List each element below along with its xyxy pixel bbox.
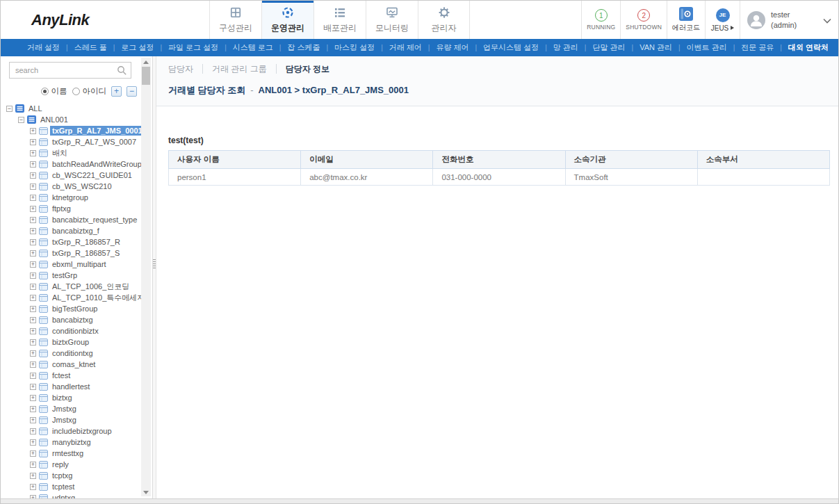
tree-node-leaf[interactable]: AL_TCP_1006_인코딩 xyxy=(1,281,141,292)
tree-node-leaf[interactable]: fctest xyxy=(1,370,141,381)
search-input[interactable] xyxy=(9,62,131,79)
breadcrumb-item[interactable]: 담당자 xyxy=(168,64,202,74)
expand-toggle-icon[interactable] xyxy=(30,495,36,499)
tree-node-leaf[interactable]: batchReadAndWriteGroup xyxy=(1,158,141,170)
expand-toggle-icon[interactable] xyxy=(30,217,36,223)
expand-toggle-icon[interactable] xyxy=(30,284,36,290)
expand-toggle-icon[interactable] xyxy=(30,206,36,212)
anylink-logo[interactable]: AnyLink xyxy=(31,11,89,29)
scroll-down-icon[interactable] xyxy=(141,488,151,496)
menu-item[interactable]: 망 관리 xyxy=(539,42,578,53)
expand-toggle-icon[interactable] xyxy=(30,273,36,279)
menu-item[interactable]: 마스킹 설정 xyxy=(320,42,375,53)
tree-node-leaf[interactable]: txGrp_R_186857_R xyxy=(1,236,141,247)
expand-toggle-icon[interactable] xyxy=(30,250,36,257)
running-status[interactable]: 1 RUNNING xyxy=(581,1,620,39)
menu-item[interactable]: 전문 공유 xyxy=(727,42,774,53)
scrollbar-thumb[interactable] xyxy=(142,67,150,85)
tree-node-leaf[interactable]: txGrp_R_186857_S xyxy=(1,247,141,259)
menu-item[interactable]: 파일 로그 설정 xyxy=(154,42,218,53)
tree-node-all[interactable]: ALL xyxy=(1,103,141,114)
expand-toggle-icon[interactable] xyxy=(30,361,36,368)
shutdown-status[interactable]: 2 SHUTDOWN xyxy=(620,1,667,39)
tree-node-leaf[interactable]: txGrp_R_AL7_JMS_0001 xyxy=(1,125,141,136)
tree-node-leaf[interactable]: biztxGroup xyxy=(1,336,141,348)
tree-node-leaf[interactable]: cb_WSC221_GUIDE01 xyxy=(1,170,141,181)
breadcrumb-item[interactable]: 담당자 정보 xyxy=(276,64,339,74)
expand-toggle-icon[interactable] xyxy=(30,406,36,412)
splitter-grip-icon[interactable] xyxy=(153,259,156,268)
radio-name[interactable]: 이름 xyxy=(41,86,67,97)
menu-item[interactable]: 업무시스템 설정 xyxy=(469,42,539,53)
menu-item[interactable]: 시스템 로그 xyxy=(218,42,273,53)
menu-item[interactable]: 이벤트 관리 xyxy=(672,42,727,53)
menu-item[interactable]: 잡 스케줄 xyxy=(273,42,320,53)
tree-node-leaf[interactable]: manybiztxg xyxy=(1,437,141,448)
user-menu[interactable]: tester (admin) xyxy=(740,1,838,39)
expand-all-button[interactable] xyxy=(111,86,122,97)
expand-toggle-icon[interactable] xyxy=(30,373,36,379)
tab-configuration[interactable]: 구성관리 xyxy=(209,1,261,39)
menu-item[interactable]: 대외 연락처 xyxy=(774,42,829,53)
tree-node-leaf[interactable]: rmtesttxg xyxy=(1,448,141,459)
search-icon[interactable] xyxy=(117,65,127,79)
tree-node-leaf[interactable]: txGrp_R_AL7_WS_0007 xyxy=(1,136,141,147)
tree-node-leaf[interactable]: tcptest xyxy=(1,481,141,492)
tree-node-leaf[interactable]: udptxg xyxy=(1,492,141,498)
tab-admin[interactable]: 관리자 xyxy=(418,1,470,39)
tree-node-leaf[interactable]: handlertest xyxy=(1,381,141,392)
menu-item[interactable]: VAN 관리 xyxy=(626,42,672,53)
expand-toggle-icon[interactable] xyxy=(30,239,36,245)
menu-item[interactable]: 스레드 풀 xyxy=(60,42,107,53)
expand-toggle-icon[interactable] xyxy=(30,462,36,468)
expand-toggle-icon[interactable] xyxy=(30,228,36,234)
collapse-toggle-icon[interactable] xyxy=(6,106,13,112)
tab-operation[interactable]: 운영관리 xyxy=(261,1,313,39)
expand-toggle-icon[interactable] xyxy=(30,484,36,490)
expand-toggle-icon[interactable] xyxy=(30,128,36,134)
expand-toggle-icon[interactable] xyxy=(30,295,36,301)
expand-toggle-icon[interactable] xyxy=(30,195,36,201)
tree-node-leaf[interactable]: tcptxg xyxy=(1,470,141,481)
menu-item[interactable]: 로그 설정 xyxy=(107,42,154,53)
expand-toggle-icon[interactable] xyxy=(30,339,36,346)
tree-node-leaf[interactable]: AL_TCP_1010_특수메세지 xyxy=(1,292,141,303)
collapse-all-button[interactable] xyxy=(127,86,137,97)
collapse-toggle-icon[interactable] xyxy=(18,117,24,123)
tree-node-leaf[interactable]: 배치 xyxy=(1,147,141,158)
sidebar-scrollbar[interactable] xyxy=(141,58,151,496)
panel-splitter[interactable] xyxy=(153,56,156,498)
expand-toggle-icon[interactable] xyxy=(30,261,36,268)
expand-toggle-icon[interactable] xyxy=(30,139,36,145)
tab-monitoring[interactable]: 모니터링 xyxy=(366,1,418,39)
expand-toggle-icon[interactable] xyxy=(30,328,36,334)
tree-node-leaf[interactable]: includebiztxgroup xyxy=(1,425,141,437)
breadcrumb-item[interactable]: 거래 관리 그룹 xyxy=(202,64,276,74)
tree-node-leaf[interactable]: cb_WS_WSC210 xyxy=(1,181,141,192)
expand-toggle-icon[interactable] xyxy=(30,439,36,446)
menu-item[interactable]: 거래 제어 xyxy=(375,42,422,53)
scroll-up-icon[interactable] xyxy=(141,58,151,66)
tree-node-leaf[interactable]: ebxml_multipart xyxy=(1,259,141,270)
expand-toggle-icon[interactable] xyxy=(30,317,36,323)
expand-toggle-icon[interactable] xyxy=(30,384,36,390)
radio-id[interactable]: 아이디 xyxy=(72,86,107,97)
expand-toggle-icon[interactable] xyxy=(30,150,36,156)
expand-toggle-icon[interactable] xyxy=(30,395,36,401)
expand-toggle-icon[interactable] xyxy=(30,450,36,457)
tree-node-leaf[interactable]: testGrp xyxy=(1,270,141,281)
expand-toggle-icon[interactable] xyxy=(30,161,36,168)
tree-node-leaf[interactable]: bancabiztx_request_type xyxy=(1,214,141,225)
tree-node-leaf[interactable]: bancabiztxg_f xyxy=(1,225,141,236)
tree-node-leaf[interactable]: conditionbiztx xyxy=(1,325,141,336)
expand-toggle-icon[interactable] xyxy=(30,350,36,357)
tree-node-leaf[interactable]: Jmstxg xyxy=(1,403,141,414)
table-row[interactable]: person1abc@tmax.co.kr031-000-0000TmaxSof… xyxy=(169,169,830,186)
tree-node-leaf[interactable]: conditiontxg xyxy=(1,348,141,359)
menu-item[interactable]: 단말 관리 xyxy=(578,42,626,53)
tab-deploy[interactable]: 배포관리 xyxy=(313,1,366,39)
tree-node-leaf[interactable]: ftptxg xyxy=(1,203,141,214)
jeus-button[interactable]: JE JEUS xyxy=(705,1,740,39)
expand-toggle-icon[interactable] xyxy=(30,306,36,312)
tree-node-group[interactable]: ANL001 xyxy=(1,114,141,125)
